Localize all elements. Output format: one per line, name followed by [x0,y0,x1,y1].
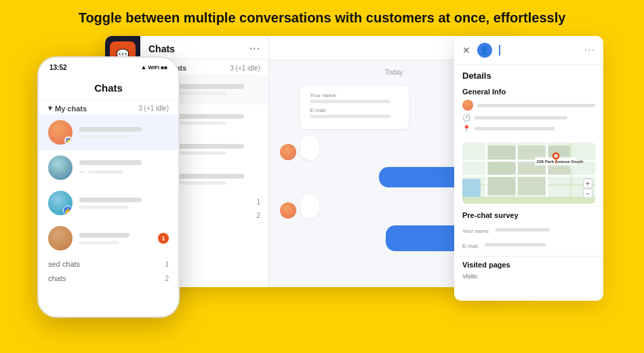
chat-msg-bar-1 [173,92,226,95]
pre-chat-email-row: E-mail: [462,238,595,250]
header-title: Toggle between multiple conversations wi… [79,10,566,25]
details-title: Details [454,65,603,83]
mobile-msg-bar-1 [79,135,129,138]
mobile-avatar-4 [48,226,73,250]
mobile-my-chats-group: ▾ My chats 3 (+1 idle) [39,100,178,115]
mobile-msg-bar-4 [79,241,119,244]
page-header: Toggle between multiple conversations wi… [0,0,644,33]
mobile-signal: ▲ WiFi ■■ [141,64,167,71]
chat-info-4 [173,174,262,185]
details-tabs: ✕ 👤 [462,43,500,58]
mobile-header: Chats [39,77,178,100]
chat-name-bar-2 [173,114,244,119]
mobile-mockup: 13:52 ▲ WiFi ■■ Chats ▾ My chats 3 (+1 i… [37,56,180,318]
form-name-field: Your name: [310,92,399,103]
pre-chat-section: Pre-chat survey Your name: E-mail: [454,206,603,256]
form-name-input[interactable] [310,100,390,103]
mobile-my-chats-label: ▾ My chats [48,104,87,113]
user-icon[interactable]: 👤 [477,43,492,58]
clock-icon: 🕐 [462,114,470,122]
mobile-chat-item-4[interactable]: 1 [39,221,178,256]
chat-info-3 [173,144,262,155]
mobile-chat-meta-4: 1 [158,233,169,244]
mobile-supervised-section: sed chats 1 [39,256,178,270]
details-panel: ✕ 👤 ··· Details General Info 🕐 📍 [454,36,603,301]
mobile-time: 13:52 [49,64,67,71]
chat-name-bar-3 [173,144,244,149]
svg-rect-15 [487,177,515,196]
details-header: ✕ 👤 ··· [454,36,603,65]
visited-section: Visited pages Visits: [454,256,603,282]
general-info-section: General Info 🕐 📍 [454,83,603,140]
mobile-my-chats-count: 3 (+1 idle) [138,105,169,112]
mobile-name-bar-3 [79,198,142,202]
mobile-chat-item-2[interactable]: ··· [39,150,178,185]
pin-icon: 📍 [462,125,470,132]
visited-title: Visited pages [462,261,595,269]
mobile-chat-item-1[interactable]: 👍 [39,115,178,150]
details-dots[interactable]: ··· [584,44,595,56]
mobile-chat-item-3[interactable]: 👍 [39,185,178,221]
mobile-chat-info-1 [79,127,169,138]
msg-avatar-in2 [280,202,296,219]
mobile-other-count: 2 [165,275,169,282]
map-container: 228 Park Avenue South + − [462,143,595,204]
detail-user-avatar [462,100,473,111]
active-tab-indicator [499,45,500,56]
mobile-status-bar: 13:52 ▲ WiFi ■■ [39,58,178,77]
pre-chat-email-value [485,243,546,246]
other-count: 2 [256,212,260,219]
form-card: Your name: E-mail: [300,86,409,129]
chat-msg-bar-3 [173,151,226,155]
mobile-supervised-count: 1 [165,261,169,268]
mobile-other-label: chats [48,274,66,282]
supervised-count: 1 [256,198,260,206]
chat-info-1 [173,84,262,95]
mobile-name-bar-1 [79,127,142,132]
detail-time-bar [475,116,567,119]
zoom-in-button[interactable]: + [583,179,592,188]
chat-list-dots[interactable]: ··· [249,43,260,55]
chat-name-bar-4 [173,174,244,179]
pre-chat-title: Pre-chat survey [462,211,595,219]
visits-label: Visits: [462,273,479,280]
map-svg: 228 Park Avenue South [462,143,595,197]
mobile-msg-bar-3 [79,206,129,209]
form-email-field: E-mail: [310,107,399,118]
mobile-other-section: chats 2 [39,270,178,284]
mobile-title: Chats [94,82,123,94]
pre-chat-name-row: Your name: [462,223,595,236]
detail-name-bar [477,104,595,107]
mobile-supervised-label: sed chats [48,260,80,268]
detail-clock-row: 🕐 [462,114,595,122]
pre-chat-name-label: Your name: [462,228,490,234]
chat-msg-bar-4 [173,181,226,185]
zoom-out-button[interactable]: − [583,189,592,198]
chat-msg-bar-2 [173,122,226,125]
detail-pin-row: 📍 [462,125,595,132]
mobile-name-bar-2 [79,160,142,165]
form-email-input[interactable] [310,115,390,118]
msg-bubble-in2 [300,194,319,219]
mobile-avatar-2 [48,155,73,180]
mobile-notification-badge: 1 [158,233,169,244]
svg-rect-16 [518,177,546,196]
form-name-label: Your name: [310,92,399,98]
mobile-chat-info-3 [79,198,169,209]
general-info-title: General Info [462,88,595,96]
chat-list-title: Chats [148,43,175,54]
msg-bubble-in1 [300,136,319,160]
pre-chat-email-label: E-mail: [462,243,479,249]
svg-rect-11 [487,162,515,175]
pre-chat-name-value [496,228,550,231]
svg-rect-9 [487,145,515,159]
mobile-msg-bar-2 [87,170,123,174]
my-chats-count: 3 (+1 idle) [230,64,260,72]
incoming-msg-row-2 [280,194,319,219]
mobile-avatar-badge-3: 👍 [63,206,73,215]
mobile-chat-info-4 [79,233,151,244]
close-icon[interactable]: ✕ [462,45,470,56]
mobile-avatar-3: 👍 [48,191,73,215]
map-zoom-controls: + − [583,179,592,198]
detail-location-bar [475,127,555,130]
